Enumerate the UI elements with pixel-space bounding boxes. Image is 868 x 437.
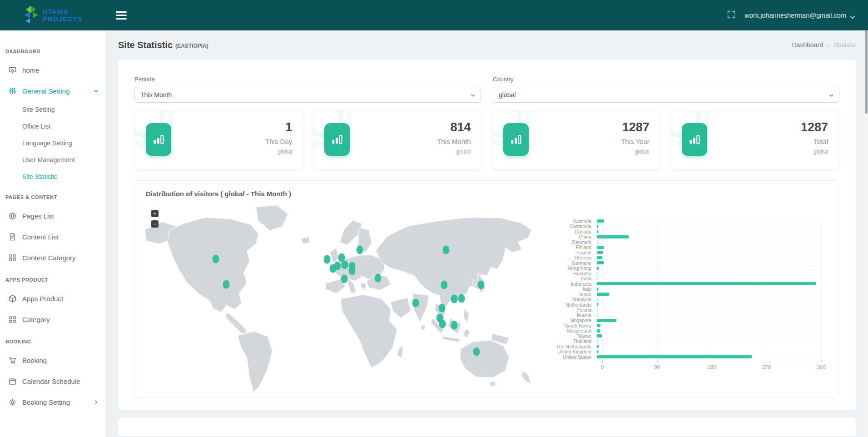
map-zoom-in-button[interactable]: + bbox=[151, 210, 159, 217]
sidebar-item-booking[interactable]: Booking bbox=[0, 350, 105, 371]
chart-row-australia: Australia bbox=[493, 218, 823, 224]
chart-row-italy: Italy bbox=[493, 287, 823, 292]
chart-row-hong-kong: Hong Kong bbox=[493, 266, 823, 271]
sidebar-section-dashboard: DASHBOARDhomeGeneral SettingSite Setting… bbox=[0, 44, 105, 185]
sidebar-item-pages-list[interactable]: Pages List bbox=[0, 205, 105, 226]
scrollbar-thumb[interactable] bbox=[865, 30, 868, 114]
sidebar-item-label: Content Category bbox=[22, 254, 76, 262]
chart-bar bbox=[597, 267, 599, 270]
chart-category-label: Malaysia bbox=[493, 297, 597, 302]
visitor-location-dot bbox=[441, 281, 447, 289]
fullscreen-icon[interactable] bbox=[727, 10, 736, 21]
chart-row-japan: Japan bbox=[493, 292, 823, 297]
stat-value: 1287 bbox=[801, 120, 828, 134]
chart-category-label: South Korea bbox=[493, 323, 597, 328]
stat-label: This Month bbox=[437, 138, 471, 145]
chart-x-tick-label: 0 bbox=[601, 364, 604, 370]
chart-bar bbox=[597, 219, 604, 223]
chevron-right-icon bbox=[93, 399, 99, 405]
sidebar-subitem-language-setting[interactable]: Language Setting bbox=[0, 135, 105, 152]
topbar: UTAMA PROJECTS work.johannesherman@gmail… bbox=[0, 0, 868, 30]
sidebar-subitem-office-list[interactable]: Office List bbox=[0, 118, 105, 135]
chart-category-label: Poland bbox=[493, 307, 597, 313]
chart-category-label: Singapore bbox=[493, 318, 597, 323]
chart-bar bbox=[597, 235, 629, 238]
stat-label: Total bbox=[801, 138, 828, 145]
sidebar-item-label: Booking bbox=[22, 357, 47, 364]
sidebar-item-booking-setting[interactable]: Booking Setting bbox=[0, 392, 105, 412]
document-icon bbox=[8, 232, 17, 241]
visitor-location-dot bbox=[213, 255, 219, 263]
logo-icon bbox=[24, 5, 39, 25]
breadcrumb-separator-icon: › bbox=[827, 41, 829, 49]
country-label: Country bbox=[493, 76, 839, 83]
stat-scope: global bbox=[437, 149, 471, 155]
chart-row-china: China bbox=[493, 234, 823, 240]
chart-category-label: Taiwan bbox=[493, 333, 597, 339]
user-menu-chevron-down-icon[interactable] bbox=[850, 14, 855, 19]
visitor-location-dot bbox=[349, 267, 356, 275]
stat-label: This Day bbox=[265, 138, 292, 145]
sidebar-item-content-list[interactable]: Content List bbox=[0, 226, 105, 247]
sidebar-item-general-setting[interactable]: General Setting bbox=[0, 80, 105, 101]
chart-bar bbox=[597, 293, 609, 296]
chart-row-united-states: United States bbox=[493, 354, 823, 360]
chart-category-label: Netherlands bbox=[493, 302, 597, 308]
stat-scope: global bbox=[801, 149, 828, 155]
world-map[interactable]: + − bbox=[141, 204, 537, 396]
chart-bar bbox=[597, 272, 597, 275]
sidebar-section-pages-content: PAGES & CONTENTPages ListContent ListCon… bbox=[0, 190, 105, 268]
chart-bar bbox=[597, 355, 752, 358]
map-zoom-out-button[interactable]: − bbox=[151, 220, 159, 228]
chart-row-georgia: Georgia bbox=[493, 255, 823, 261]
user-email-menu[interactable]: work.johannesherman@gmail.com bbox=[745, 12, 846, 19]
visitor-location-dot bbox=[375, 273, 382, 282]
country-select[interactable]: global bbox=[493, 87, 839, 103]
chart-bar bbox=[597, 261, 604, 264]
chart-row-hungary: Hungary bbox=[493, 271, 823, 276]
sidebar-item-content-category[interactable]: Content Category bbox=[0, 247, 105, 268]
visitor-location-dot bbox=[473, 347, 480, 356]
chart-row-taiwan: Taiwan bbox=[493, 333, 823, 339]
chart-bar bbox=[597, 240, 597, 243]
visitor-location-dot bbox=[323, 255, 330, 264]
chart-bar bbox=[597, 288, 598, 291]
periode-filter: Periode This Month bbox=[134, 76, 481, 103]
chart-row-finland: Finland bbox=[493, 245, 823, 250]
visitor-location-dot bbox=[412, 298, 419, 307]
chart-category-label: Switzerland bbox=[493, 328, 597, 333]
chart-row-india: India bbox=[493, 276, 823, 282]
sidebar-item-label: General Setting bbox=[22, 87, 69, 95]
breadcrumb-dashboard-link[interactable]: Dashboard bbox=[792, 41, 823, 49]
package-icon bbox=[8, 294, 17, 303]
chart-row-cambodia: Cambodia bbox=[493, 224, 823, 229]
bar-chart-icon bbox=[682, 123, 707, 156]
chart-category-label: Indonesia bbox=[493, 281, 597, 287]
sidebar-item-apps-product[interactable]: Apps Product bbox=[0, 288, 105, 309]
main-content: Site Statistic (EASTIOPIA) Dashboard › S… bbox=[106, 30, 868, 437]
sidebar-item-calendar-schedule[interactable]: Calendar Schedule bbox=[0, 371, 105, 392]
stat-card-this-day: 1This Dayglobal bbox=[134, 110, 303, 169]
periode-select[interactable]: This Month bbox=[134, 87, 481, 103]
stat-card-total: 1287Totalglobal bbox=[670, 110, 839, 169]
chart-bar bbox=[597, 319, 616, 322]
chart-bar bbox=[597, 324, 600, 327]
sidebar-item-category[interactable]: Category bbox=[0, 309, 105, 330]
brand-logo[interactable]: UTAMA PROJECTS bbox=[0, 5, 106, 25]
chart-category-label: Hungary bbox=[493, 271, 597, 276]
chart-row-indonesia: Indonesia bbox=[493, 281, 823, 287]
chart-bar bbox=[597, 230, 598, 233]
chart-category-label: Australia bbox=[493, 218, 597, 224]
hamburger-menu-icon[interactable] bbox=[116, 11, 127, 20]
sidebar-subitem-site-statistic[interactable]: Site Statistic bbox=[0, 169, 105, 185]
sidebar-subitem-site-setting[interactable]: Site Setting bbox=[0, 101, 105, 118]
chart-bar bbox=[597, 256, 602, 259]
sidebar-section-heading: BOOKING bbox=[0, 334, 105, 350]
sidebar-item-home[interactable]: home bbox=[0, 60, 105, 80]
chart-category-label: Russia bbox=[493, 313, 597, 318]
chart-row-thailand: Thailand bbox=[493, 339, 823, 344]
chart-row-germany: Germany bbox=[493, 260, 823, 266]
page-scrollbar bbox=[864, 30, 868, 437]
grid-icon bbox=[8, 315, 17, 324]
sidebar-subitem-user-management[interactable]: User Management bbox=[0, 152, 105, 169]
